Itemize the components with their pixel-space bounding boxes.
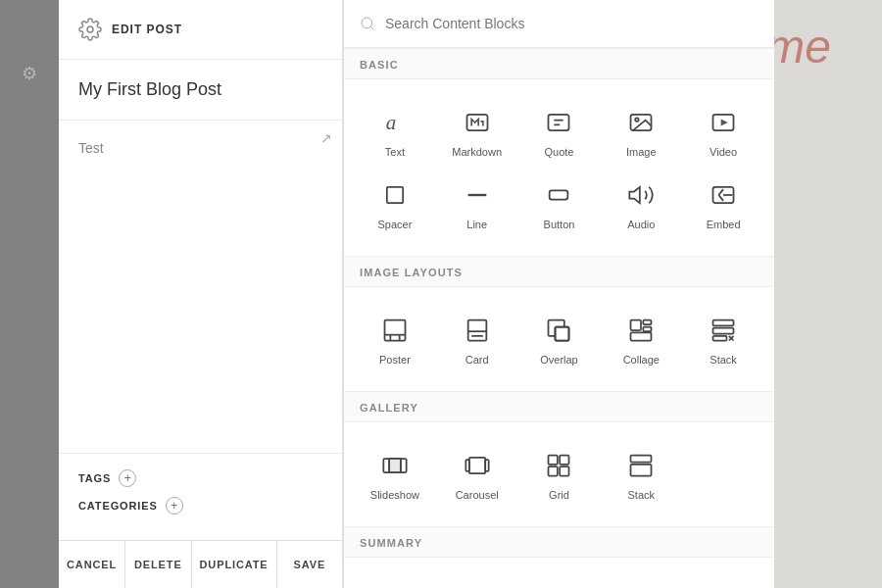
section-gallery-header: GALLERY: [344, 391, 774, 422]
image-label: Image: [626, 146, 657, 158]
svg-rect-31: [631, 332, 652, 340]
block-stack-layout[interactable]: Stack: [682, 303, 764, 375]
poster-label: Poster: [379, 354, 411, 366]
collage-label: Collage: [623, 354, 660, 366]
delete-button[interactable]: DELETE: [125, 541, 191, 588]
expand-icon[interactable]: ↗: [320, 130, 332, 146]
overlap-label: Overlap: [540, 354, 578, 366]
duplicate-button[interactable]: DUPLICATE: [192, 541, 277, 588]
block-collage[interactable]: Collage: [600, 303, 682, 375]
post-title-area: My First Blog Post: [59, 60, 342, 121]
gallery-blocks-grid: Slideshow Carousel: [344, 422, 774, 526]
search-input[interactable]: [385, 16, 759, 31]
block-embed[interactable]: Embed: [682, 168, 764, 240]
basic-blocks-grid: a Text Markdown: [344, 79, 774, 256]
grid-icon: [541, 448, 576, 483]
svg-marker-15: [630, 187, 641, 203]
slideshow-label: Slideshow: [370, 489, 419, 501]
svg-rect-5: [549, 115, 569, 130]
svg-rect-43: [466, 460, 469, 471]
cancel-button[interactable]: CANCEL: [59, 541, 125, 588]
block-stack-gallery[interactable]: Stack: [600, 438, 682, 511]
svg-rect-32: [713, 320, 734, 326]
left-panel: EDIT POST My First Blog Post Test ↗ TAGS…: [59, 0, 343, 588]
summary-4-icon: [623, 583, 659, 588]
section-image-layouts-header: IMAGE LAYOUTS: [344, 256, 774, 287]
svg-point-9: [635, 118, 639, 122]
svg-rect-50: [631, 465, 652, 476]
svg-rect-26: [556, 327, 569, 341]
stack-layout-icon: [706, 313, 741, 348]
post-title: My First Blog Post: [78, 79, 322, 100]
button-icon: [541, 177, 576, 213]
text-label: Text: [385, 146, 405, 158]
block-audio[interactable]: Audio: [600, 168, 682, 240]
left-panel-title: EDIT POST: [112, 23, 182, 36]
dialog-container: EDIT POST My First Blog Post Test ↗ TAGS…: [59, 0, 774, 588]
block-image[interactable]: Image: [600, 95, 682, 168]
section-summary-header: SUMMARY: [344, 526, 774, 558]
quote-icon: [541, 105, 576, 140]
quote-label: Quote: [545, 146, 574, 158]
summary-blocks-grid: [344, 558, 774, 588]
right-panel: BASIC a Text Markdown: [343, 0, 774, 588]
block-grid[interactable]: Grid: [518, 438, 601, 511]
svg-line-2: [370, 26, 373, 29]
button-label: Button: [544, 219, 575, 230]
svg-rect-14: [550, 190, 568, 199]
image-icon: [623, 105, 659, 140]
tags-label: TAGS: [78, 472, 111, 484]
blocks-scroll[interactable]: BASIC a Text Markdown: [344, 48, 774, 588]
stack-gallery-label: Stack: [628, 489, 656, 501]
svg-rect-12: [387, 187, 403, 203]
poster-icon: [377, 313, 413, 348]
svg-point-1: [362, 18, 372, 28]
block-markdown[interactable]: Markdown: [436, 95, 518, 168]
grid-label: Grid: [549, 489, 569, 501]
bottom-actions: CANCEL DELETE DUPLICATE SAVE: [59, 540, 342, 588]
spacer-icon: [377, 177, 413, 213]
gear-icon: [78, 18, 102, 41]
block-carousel[interactable]: Carousel: [436, 438, 518, 511]
svg-rect-47: [549, 466, 558, 475]
block-text[interactable]: a Text: [354, 95, 436, 168]
post-body-area: Test ↗: [59, 121, 342, 453]
block-summary-4[interactable]: [600, 573, 682, 588]
block-video[interactable]: Video: [682, 95, 764, 168]
block-slideshow[interactable]: Slideshow: [354, 438, 436, 511]
svg-rect-28: [631, 320, 642, 331]
post-body-text: Test: [78, 140, 322, 156]
add-category-button[interactable]: +: [166, 497, 183, 514]
block-summary-1[interactable]: [354, 573, 436, 588]
block-summary-3[interactable]: [518, 573, 601, 588]
stack-layout-label: Stack: [710, 354, 737, 366]
block-poster[interactable]: Poster: [354, 303, 436, 375]
svg-rect-48: [561, 466, 569, 475]
svg-rect-45: [549, 456, 558, 465]
audio-label: Audio: [627, 219, 655, 230]
svg-rect-49: [631, 456, 652, 463]
svg-rect-40: [389, 459, 401, 472]
overlap-icon: [541, 313, 576, 348]
add-tag-button[interactable]: +: [119, 469, 136, 487]
text-icon: a: [377, 105, 413, 140]
line-label: Line: [466, 219, 487, 230]
svg-text:a: a: [386, 111, 397, 134]
svg-rect-33: [713, 328, 734, 334]
block-quote[interactable]: Quote: [518, 95, 601, 168]
block-card[interactable]: Card: [436, 303, 518, 375]
categories-label: CATEGORIES: [78, 500, 158, 512]
categories-row: CATEGORIES +: [78, 497, 322, 514]
embed-icon: [706, 177, 741, 213]
block-summary-2[interactable]: [436, 573, 518, 588]
section-basic-header: BASIC: [344, 48, 774, 79]
save-button[interactable]: SAVE: [277, 541, 342, 588]
block-spacer[interactable]: Spacer: [354, 168, 436, 240]
svg-rect-42: [469, 458, 485, 473]
svg-rect-29: [644, 320, 652, 325]
block-overlap[interactable]: Overlap: [518, 303, 601, 375]
card-icon: [460, 313, 495, 348]
block-button[interactable]: Button: [518, 168, 601, 240]
block-line[interactable]: Line: [436, 168, 518, 240]
svg-rect-30: [644, 327, 652, 332]
